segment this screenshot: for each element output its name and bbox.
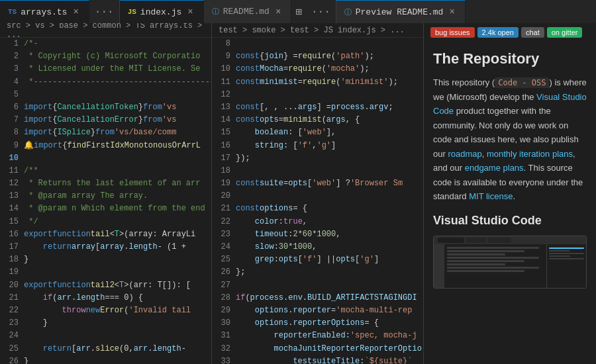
readme-panel: bug issues 2.4k open chat on gitter The …	[424, 23, 596, 364]
tab-more-left[interactable]: ···	[89, 0, 119, 23]
badge-open-count: 2.4k open	[477, 27, 519, 38]
tab-label-index: index.js	[140, 7, 181, 17]
breadcrumb-left-text: src > vs > base > common > TS arrays.ts …	[7, 23, 205, 40]
badge-chat: chat	[521, 27, 544, 38]
js-icon: JS	[128, 8, 136, 16]
tab-bar: TS arrays.ts × ··· JS index.js × ⓘ READM…	[0, 0, 596, 23]
readme-link-endgame[interactable]: endgame plans	[465, 163, 524, 173]
readme-link-vscode[interactable]: Visual Studio Code	[433, 92, 587, 116]
breadcrumb-left: src > vs > base > common > TS arrays.ts …	[0, 23, 211, 38]
tab-close-index[interactable]: ×	[185, 6, 195, 18]
tab-readme-md[interactable]: ⓘ README.md ×	[204, 0, 292, 23]
readme-paragraph1: This repository (Code - OSS) is where we…	[433, 75, 587, 203]
readme-link-roadmap[interactable]: roadmap	[448, 149, 481, 159]
code-content-left[interactable]: /*- * Copyright (c) Microsoft Corporatio…	[24, 38, 211, 364]
readme-content[interactable]: The Repository This repository (Code - O…	[424, 42, 596, 364]
code-content-middle[interactable]: const { join } = require('path'); const …	[236, 38, 423, 364]
readme-link-mit[interactable]: MIT license	[469, 191, 513, 201]
vscode-thumbnail	[433, 236, 587, 289]
content-area: src > vs > base > common > TS arrays.ts …	[0, 23, 596, 364]
left-editor-panel: src > vs > base > common > TS arrays.ts …	[0, 23, 212, 364]
badge-row: bug issues 2.4k open chat on gitter	[424, 23, 596, 42]
tab-label-readme: README.md	[223, 7, 270, 17]
tab-index-js[interactable]: JS index.js ×	[119, 0, 204, 23]
tab-preview-readme[interactable]: ⓘ Preview README.md ×	[336, 0, 466, 23]
readme-code-oss: Code - OSS	[495, 77, 549, 88]
preview-md-icon: ⓘ	[344, 7, 352, 17]
line-numbers-middle: 89101112 1314151617 1819202122 232425262…	[212, 38, 236, 364]
tab-close-preview[interactable]: ×	[447, 6, 456, 18]
breadcrumb-middle-text: test > smoke > test > JS index.js > ...	[219, 26, 405, 35]
md-icon: ⓘ	[212, 7, 219, 17]
code-editor-left[interactable]: 12345 678910 1112131415 1617181920 21222…	[0, 38, 211, 364]
split-icon[interactable]: ⊞	[291, 0, 306, 23]
ts-icon: TS	[8, 8, 17, 16]
tab-label-preview: Preview README.md	[356, 7, 444, 17]
tab-arrays-ts[interactable]: TS arrays.ts ×	[0, 0, 89, 23]
middle-editor-panel: test > smoke > test > JS index.js > ... …	[212, 23, 424, 364]
line-numbers-left: 12345 678910 1112131415 1617181920 21222…	[0, 38, 24, 364]
badge-gitter: on gitter	[547, 27, 583, 38]
readme-link-monthly[interactable]: monthly iteration plans	[487, 149, 573, 159]
badge-bug-issues: bug issues	[430, 27, 475, 38]
code-editor-middle[interactable]: 89101112 1314151617 1819202122 232425262…	[212, 38, 423, 364]
tab-label-arrays: arrays.ts	[21, 7, 67, 17]
readme-heading2: Visual Studio Code	[433, 211, 587, 230]
tab-close-readme[interactable]: ×	[273, 6, 283, 18]
tab-close-arrays[interactable]: ×	[71, 6, 80, 18]
breadcrumb-middle: test > smoke > test > JS index.js > ...	[212, 23, 423, 38]
readme-heading1: The Repository	[433, 47, 587, 70]
tab-more-right[interactable]: ···	[306, 0, 336, 23]
